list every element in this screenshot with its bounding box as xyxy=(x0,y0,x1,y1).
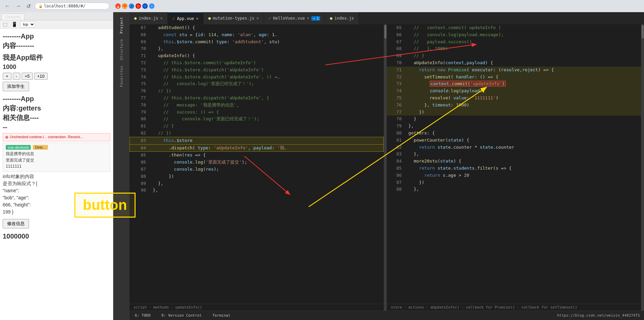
info-object-text: info对象的内容是否为响应式？{"name":"bob", "age":666… xyxy=(3,173,110,216)
getters-title: --------App内容:getters相关信息------ xyxy=(3,94,110,132)
tab-label-3: mutation-types.js xyxy=(213,16,255,21)
url-bar[interactable]: 🔒 localhost:8080/#/ xyxy=(35,3,109,9)
code-line-88: 88 }) xyxy=(130,173,384,180)
right-code-line-68: 68 // }, 1000) xyxy=(387,45,641,52)
tab-icon-2: ✓ xyxy=(172,16,175,21)
ext-icon-6[interactable]: 💠 xyxy=(149,3,154,9)
editor-split: 67 addStudent() { 68 const stu = {id: 11… xyxy=(129,24,644,311)
increment5-button[interactable]: +5 xyxy=(22,73,33,80)
tab-icon-4: ✓ xyxy=(269,16,271,21)
right-code-line-80: 80 getters: { xyxy=(387,130,641,137)
tab-close-1[interactable]: × xyxy=(160,16,163,21)
ide-container: ● index.js × ✓ App.vue × ● mutation-type… xyxy=(129,12,644,320)
nav-back-button[interactable]: ← xyxy=(3,2,11,10)
tab-bar: ● index.js × ✓ App.vue × ● mutation-type… xyxy=(129,12,644,24)
code-line-87: 87 console.log(res); xyxy=(130,166,384,173)
code-line-78: 78 // message: '我是携带的信息', xyxy=(130,102,384,109)
ext-icon-4[interactable]: 🔴 xyxy=(136,3,141,9)
right-code-line-87: 87 }) xyxy=(387,179,641,186)
ext-icon-3[interactable]: 🔵 xyxy=(129,3,134,9)
error-message: ⊗ Unchecked runtime.l... connection. Rec… xyxy=(3,133,110,141)
tab-mutation-types[interactable]: ● mutation-types.js × xyxy=(204,12,264,24)
right-code-line-70: 70 aUpdateInfo(context,payload) { xyxy=(387,59,641,67)
popup-item-3: 1111111 xyxy=(6,164,107,169)
breadcrumb-script[interactable]: script xyxy=(134,305,147,310)
error-text: Unchecked runtime.l... connection. Recei… xyxy=(10,135,83,139)
code-line-72: 72 // this.$store.commit('updateInfo') xyxy=(130,59,384,67)
vue-devtools-popup: vue-devtools Dete... 我是携带的信息 里面完成了提交 111… xyxy=(3,143,110,172)
tab-index-js-2[interactable]: ● index.js xyxy=(325,12,359,24)
right-code-line-82: 82 return state.counter * state.counter xyxy=(387,144,641,151)
breadcrumb-updateinfo[interactable]: updateInfo() xyxy=(175,305,202,310)
increment10-button[interactable]: +10 xyxy=(34,73,48,80)
right-code-line-74: 74 console.log(payload); xyxy=(387,88,641,95)
favicon-icon: 🔒 xyxy=(39,4,43,8)
app-content-title: --------App内容-------- xyxy=(3,31,110,50)
tab-close-4[interactable]: × xyxy=(307,16,309,21)
tab-icon-3: ● xyxy=(208,16,211,21)
breadcrumb-settimeout-callback[interactable]: callback for setTimeout() xyxy=(521,305,577,310)
tab-terminal-label: Terminal xyxy=(213,313,231,318)
tab-icon-1: ● xyxy=(134,16,137,21)
breadcrumb-promise-callback[interactable]: callback for Promise() xyxy=(466,305,515,310)
scroll-thumb[interactable] xyxy=(384,25,386,39)
tab-label-1: index.js xyxy=(139,16,158,21)
add-student-button[interactable]: 添加学生 xyxy=(3,82,29,91)
inspect-button[interactable]: ⬚ xyxy=(2,21,8,27)
nav-forward-button[interactable]: → xyxy=(14,2,22,10)
tab-hellovuex[interactable]: ✓ HelloVuex.vue × → 1 xyxy=(264,12,325,24)
left-editor-wrapper[interactable]: 67 addStudent() { 68 const stu = {id: 11… xyxy=(129,24,384,304)
status-url: https://blog.csdn.net/weixin_448274TS xyxy=(557,313,644,318)
right-editor-wrapper[interactable]: 65 // context.commit( updateInfo ) 66 //… xyxy=(387,24,641,304)
right-code-line-83: 83 }, xyxy=(387,151,641,158)
right-scroll-thumb[interactable] xyxy=(642,25,644,39)
code-line-73: 73 // this.$store.dispatch('aUpdateInfo'… xyxy=(130,67,384,74)
breadcrumb-methods[interactable]: methods xyxy=(153,305,169,310)
code-line-83: 83 this.$store xyxy=(130,137,384,144)
browser-chrome: ← → ↺ 🔒 localhost:8080/#/ 🔥 🦊 🔵 🔴 💙 💠 xyxy=(0,0,644,12)
tab-vc-label: 9: Version Control xyxy=(161,313,201,318)
vue-devtools-header: vue-devtools Dete... xyxy=(6,145,107,150)
right-code-line-77: 77 }) xyxy=(387,109,641,116)
mobile-button[interactable]: 📱 xyxy=(10,21,18,27)
tab-terminal[interactable]: Terminal xyxy=(207,311,236,320)
error-icon: ⊗ xyxy=(5,135,8,140)
code-line-85: 85 .then(res => { xyxy=(130,152,384,159)
right-code-table: 65 // context.commit( updateInfo ) 66 //… xyxy=(387,24,641,193)
decrement-button[interactable]: - xyxy=(13,73,20,80)
breadcrumb-actions[interactable]: actions xyxy=(408,305,424,310)
elements-tab[interactable]: Elements xyxy=(1,14,24,20)
tab-close-3[interactable]: × xyxy=(256,16,259,21)
code-line-75: 75 // console.log('里面已经完成了！'); xyxy=(130,80,384,88)
increment-button[interactable]: + xyxy=(3,73,11,80)
tab-version-control[interactable]: 9: Version Control xyxy=(156,311,207,320)
context-select[interactable]: top xyxy=(20,21,35,27)
sidebar-label-favorites[interactable]: Favorites xyxy=(119,64,124,89)
tab-close-2[interactable]: × xyxy=(196,16,198,21)
right-code-line-86: 86 return s.age > 20 xyxy=(387,172,641,179)
right-breadcrumb: store › actions › aUpdateInfo() › callba… xyxy=(387,304,641,311)
breadcrumb-aupdateinfo[interactable]: aUpdateInfo() xyxy=(430,305,459,310)
right-code-line-73: 73 context.commit('updateInfo') xyxy=(387,80,641,88)
ext-icon-5[interactable]: 💙 xyxy=(142,3,148,9)
ext-icon-2[interactable]: 🦊 xyxy=(122,3,127,9)
tab-index-js-1[interactable]: ● index.js × xyxy=(129,12,168,24)
breadcrumb-store[interactable]: store xyxy=(391,305,402,310)
tab-app-vue[interactable]: ✓ App.vue × xyxy=(168,12,204,24)
devtools-toolbar: ⬚ 📱 top xyxy=(0,20,113,29)
right-code-line-66: 66 // console.log(payload.message); xyxy=(387,31,641,39)
modify-info-button[interactable]: 修改信息 xyxy=(3,219,29,228)
right-code-line-76: 76 }, timeout: 1000) xyxy=(387,102,641,109)
sidebar-label-project[interactable]: Project xyxy=(119,15,124,35)
counter-display: 1000 xyxy=(3,64,110,71)
nav-refresh-button[interactable]: ↺ xyxy=(25,2,32,10)
code-line-90: 90 }, xyxy=(130,187,384,194)
tab-indicator-4: → 1 xyxy=(311,16,320,21)
tab-todo[interactable]: 6: TODO xyxy=(129,311,156,320)
left-panel: Elements ⬚ 📱 top --------App内容-------- 我… xyxy=(0,12,113,320)
right-code-line-69: 69 // } xyxy=(387,52,641,59)
sidebar-label-structure[interactable]: Structure xyxy=(119,37,124,62)
code-line-70: 70 }, xyxy=(130,45,384,52)
ext-icon-1[interactable]: 🔥 xyxy=(115,3,121,9)
counter-large-display: 1000000 xyxy=(3,232,110,240)
